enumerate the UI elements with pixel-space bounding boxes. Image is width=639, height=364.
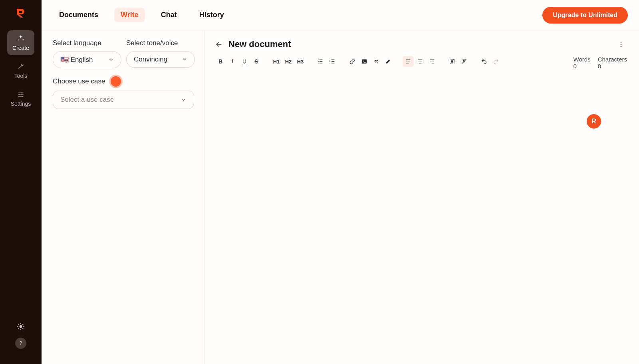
link-icon xyxy=(349,58,355,65)
usecase-select[interactable]: Select a use case xyxy=(53,91,194,109)
back-button[interactable] xyxy=(215,40,223,48)
chevron-down-icon xyxy=(181,97,187,103)
align-center-icon xyxy=(417,58,423,65)
redo-icon xyxy=(493,58,499,65)
content: Select language 🇺🇸 English Select tone/v… xyxy=(42,30,639,364)
chars-stat: Characters 0 xyxy=(598,56,627,69)
sidebar-item-label: Tools xyxy=(14,73,28,79)
svg-point-10 xyxy=(318,63,319,63)
undo-button[interactable] xyxy=(478,56,490,67)
help-button[interactable] xyxy=(15,338,26,349)
sidebar-item-label: Create xyxy=(12,45,29,51)
svg-text:3: 3 xyxy=(329,62,331,64)
svg-point-2 xyxy=(22,96,23,97)
language-value: English xyxy=(71,56,93,63)
bullet-list-button[interactable] xyxy=(315,56,326,67)
h3-button[interactable]: H3 xyxy=(295,56,306,67)
svg-point-0 xyxy=(22,92,23,93)
tone-select[interactable]: Convincing xyxy=(126,51,195,68)
select-all-button[interactable] xyxy=(447,56,458,67)
more-vertical-icon xyxy=(617,41,625,48)
assistant-float-button[interactable]: R xyxy=(587,114,601,129)
clear-format-button[interactable] xyxy=(458,56,470,67)
svg-point-3 xyxy=(20,325,22,328)
svg-point-4 xyxy=(20,344,21,345)
upgrade-button[interactable]: Upgrade to Unlimited xyxy=(542,7,628,24)
image-icon xyxy=(361,58,367,65)
editor-body[interactable] xyxy=(215,77,627,364)
arrow-left-icon xyxy=(215,40,223,48)
tab-chat[interactable]: Chat xyxy=(155,8,183,22)
sun-icon xyxy=(17,322,25,330)
quote-button[interactable] xyxy=(371,56,382,67)
svg-point-1 xyxy=(19,94,20,95)
question-icon xyxy=(18,340,24,346)
link-button[interactable] xyxy=(347,56,358,67)
highlight-button[interactable] xyxy=(383,56,394,67)
h2-button[interactable]: H2 xyxy=(283,56,294,67)
sidebar-item-create[interactable]: Create xyxy=(7,30,34,55)
tab-history[interactable]: History xyxy=(193,8,230,22)
doc-stats: Words 0 Characters 0 xyxy=(574,56,627,69)
ordered-list-button[interactable]: 123 xyxy=(327,56,338,67)
svg-point-7 xyxy=(621,46,622,47)
sidebar-item-tools[interactable]: Tools xyxy=(7,59,34,83)
app-logo xyxy=(16,8,26,18)
words-value: 0 xyxy=(574,63,591,69)
chars-value: 0 xyxy=(598,63,627,69)
usecase-label: Choose use case xyxy=(53,77,105,85)
topbar: Documents Write Chat History Upgrade to … xyxy=(42,0,639,30)
svg-rect-17 xyxy=(451,60,453,62)
ordered-list-icon: 123 xyxy=(329,58,335,65)
align-left-button[interactable] xyxy=(403,56,414,67)
svg-point-5 xyxy=(621,42,622,43)
sidebar-item-settings[interactable]: Settings xyxy=(7,87,34,111)
bullet-list-icon xyxy=(317,58,323,65)
float-badge-letter: R xyxy=(591,118,596,125)
italic-button[interactable]: I xyxy=(227,56,238,67)
image-button[interactable] xyxy=(359,56,370,67)
undo-icon xyxy=(481,58,487,65)
h1-button[interactable]: H1 xyxy=(271,56,282,67)
language-select[interactable]: 🇺🇸 English xyxy=(53,51,121,68)
document-title[interactable]: New document xyxy=(228,39,291,49)
logo-r-icon xyxy=(16,8,26,18)
sidebar-item-label: Settings xyxy=(11,101,31,107)
sidebar-bottom xyxy=(15,315,26,354)
redo-button[interactable] xyxy=(490,56,502,67)
sliders-icon xyxy=(17,91,24,98)
chevron-down-icon xyxy=(182,57,187,62)
attention-pulse-icon xyxy=(111,76,121,87)
tab-write[interactable]: Write xyxy=(114,8,145,22)
bold-button[interactable]: B xyxy=(215,56,226,67)
language-label: Select language xyxy=(53,39,121,47)
align-right-button[interactable] xyxy=(427,56,438,67)
sidebar: Create Tools Settings xyxy=(0,0,42,364)
svg-point-6 xyxy=(621,44,622,45)
sparkle-icon xyxy=(17,34,25,42)
align-right-icon xyxy=(429,58,435,65)
tone-label: Select tone/voice xyxy=(126,39,195,47)
chevron-down-icon xyxy=(108,57,114,63)
align-left-icon xyxy=(405,58,411,65)
words-label: Words xyxy=(574,56,591,63)
select-all-icon xyxy=(449,58,455,65)
language-flag: 🇺🇸 xyxy=(60,56,69,63)
main: Documents Write Chat History Upgrade to … xyxy=(42,0,639,364)
svg-point-8 xyxy=(318,59,319,60)
tab-documents[interactable]: Documents xyxy=(53,8,105,22)
highlight-icon xyxy=(385,58,391,65)
quote-icon xyxy=(373,58,379,65)
clear-format-icon xyxy=(461,58,467,65)
doc-header: New document xyxy=(215,38,627,50)
editor-toolbar: B I U S H1 H2 H3 xyxy=(215,56,502,67)
editor-panel: New document B I U S H1 xyxy=(204,30,639,364)
top-tabs: Documents Write Chat History xyxy=(53,8,230,22)
underline-button[interactable]: U xyxy=(239,56,250,67)
strike-button[interactable]: S xyxy=(251,56,262,67)
doc-more-menu[interactable] xyxy=(615,38,627,50)
align-center-button[interactable] xyxy=(415,56,426,67)
theme-toggle[interactable] xyxy=(15,321,26,332)
usecase-placeholder: Select a use case xyxy=(60,96,114,104)
words-stat: Words 0 xyxy=(574,56,591,69)
